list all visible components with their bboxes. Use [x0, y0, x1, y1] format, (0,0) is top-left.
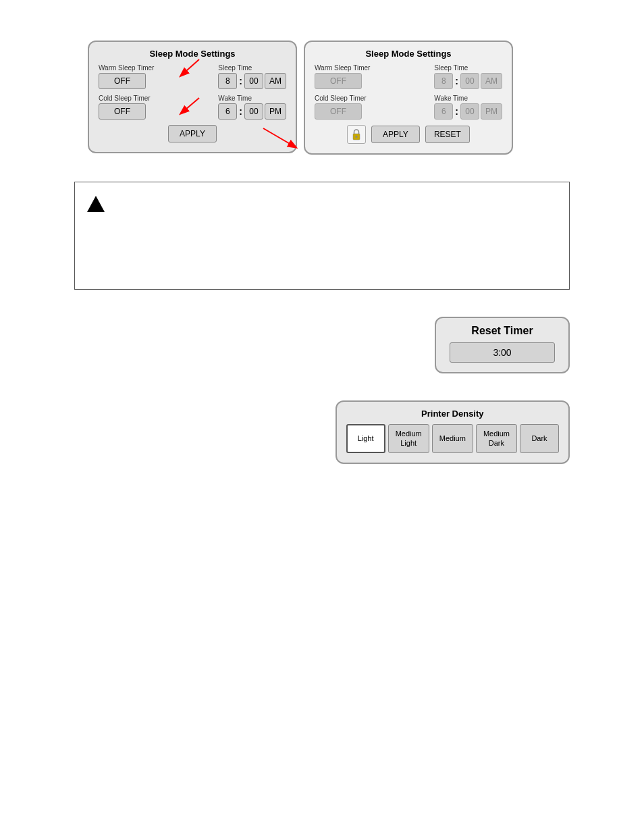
sleep-time-label-left: Sleep Time	[218, 64, 252, 72]
wake-time-ampm-right[interactable]: PM	[481, 103, 502, 120]
warning-box: !	[74, 182, 570, 290]
wake-time-hour-right[interactable]: 6	[434, 103, 453, 120]
lock-icon[interactable]	[347, 125, 366, 144]
warm-sleep-timer-label-left: Warm Sleep Timer	[99, 64, 154, 72]
warm-sleep-timer-label-right: Warm Sleep Timer	[315, 64, 370, 72]
density-btn-dark[interactable]: Dark	[520, 424, 559, 453]
density-btn-medium-dark[interactable]: MediumDark	[476, 424, 517, 453]
cold-sleep-timer-btn-left[interactable]: OFF	[99, 103, 146, 120]
cold-sleep-timer-label-right: Cold Sleep Timer	[315, 95, 367, 102]
sleep-time-colon-right: :	[455, 76, 458, 86]
left-sleep-panel: Sleep Mode Settings Warm Sleep Timer OFF…	[88, 41, 297, 153]
wake-time-label-left: Wake Time	[218, 95, 252, 102]
reset-timer-section: Reset Timer 3:00	[0, 290, 644, 373]
density-buttons-row: Light MediumLight Medium MediumDark Dark	[346, 424, 559, 453]
sleep-time-colon-left: :	[239, 76, 242, 86]
wake-time-colon-left: :	[239, 106, 242, 117]
sleep-time-label-right: Sleep Time	[434, 64, 468, 72]
reset-timer-value[interactable]: 3:00	[450, 342, 555, 363]
svg-point-4	[356, 136, 358, 138]
wake-time-minute-left[interactable]: 00	[244, 103, 263, 120]
printer-density-section: Printer Density Light MediumLight Medium…	[0, 373, 644, 464]
wake-time-minute-right[interactable]: 00	[460, 103, 479, 120]
sleep-time-minute-left[interactable]: 00	[244, 73, 263, 89]
warm-sleep-timer-btn-left[interactable]: OFF	[99, 73, 146, 89]
printer-density-panel: Printer Density Light MediumLight Medium…	[336, 400, 570, 464]
warm-sleep-timer-btn-right[interactable]: OFF	[315, 73, 362, 89]
left-panel-title: Sleep Mode Settings	[99, 49, 286, 59]
cold-sleep-timer-label-left: Cold Sleep Timer	[99, 95, 151, 102]
sleep-time-ampm-left[interactable]: AM	[265, 73, 286, 89]
warning-triangle-icon: !	[86, 194, 106, 215]
sleep-time-ampm-right[interactable]: AM	[481, 73, 502, 89]
sleep-time-hour-right[interactable]: 8	[434, 73, 453, 89]
wake-time-colon-right: :	[455, 106, 458, 117]
apply-btn-right[interactable]: APPLY	[371, 126, 420, 143]
svg-text:!: !	[95, 201, 98, 211]
right-panel-title: Sleep Mode Settings	[315, 49, 502, 59]
density-btn-medium-light[interactable]: MediumLight	[388, 424, 429, 453]
density-btn-medium[interactable]: Medium	[432, 424, 473, 453]
wake-time-hour-left[interactable]: 6	[218, 103, 237, 120]
reset-timer-panel: Reset Timer 3:00	[435, 317, 570, 373]
sleep-time-minute-right[interactable]: 00	[460, 73, 479, 89]
apply-btn-left[interactable]: APPLY	[168, 125, 217, 142]
printer-density-title: Printer Density	[346, 409, 559, 419]
reset-btn-right[interactable]: RESET	[425, 126, 470, 143]
wake-time-label-right: Wake Time	[434, 95, 468, 102]
reset-timer-title: Reset Timer	[450, 325, 555, 337]
wake-time-ampm-left[interactable]: PM	[265, 103, 286, 120]
lock-svg	[351, 128, 362, 140]
sleep-time-hour-left[interactable]: 8	[218, 73, 237, 89]
right-sleep-panel: Sleep Mode Settings Warm Sleep Timer OFF…	[304, 41, 513, 155]
cold-sleep-timer-btn-right[interactable]: OFF	[315, 103, 362, 120]
density-btn-light[interactable]: Light	[346, 424, 385, 453]
